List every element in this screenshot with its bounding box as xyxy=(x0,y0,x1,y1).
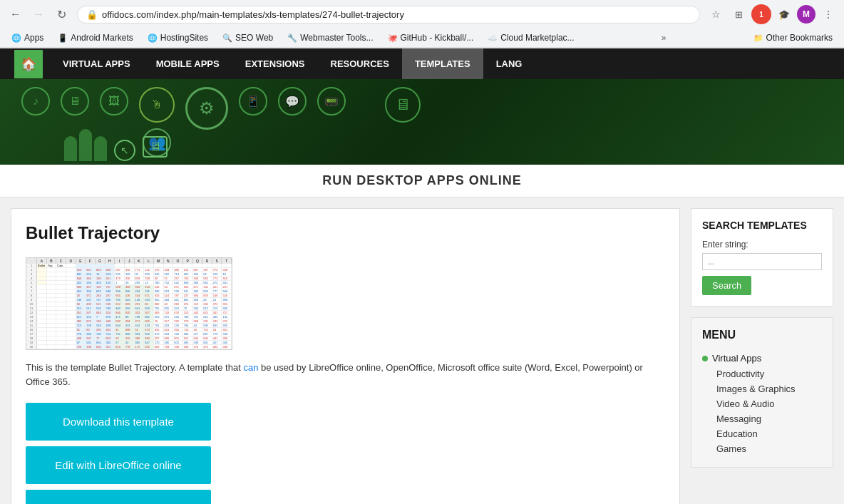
profile-button[interactable]: M xyxy=(797,5,815,24)
menu-title: MENU xyxy=(702,329,822,341)
page-title: RUN DESKTOP APPS ONLINE xyxy=(0,165,844,197)
nav-lang[interactable]: LANG xyxy=(483,48,535,79)
bookmark-github-label: GitHub - Kickball/... xyxy=(401,33,474,43)
folder-bookmark-icon: 📁 xyxy=(753,34,763,43)
menu-productivity[interactable]: Productivity xyxy=(702,366,822,381)
bookmark-other[interactable]: 📁 Other Bookmarks xyxy=(748,31,838,45)
bookmark-webmaster[interactable]: 🔧 Webmaster Tools... xyxy=(282,31,379,45)
menu-virtual-apps-label: Virtual Apps xyxy=(712,353,761,364)
lock-icon: 🔒 xyxy=(86,9,98,20)
site-logo[interactable]: 🏠 xyxy=(14,50,43,78)
template-preview-image: AB CD EF GH IJ KL MN OP QR ST (function(… xyxy=(26,257,232,350)
cloud-bookmark-icon: ☁️ xyxy=(488,34,498,43)
menu-widget: MENU Virtual Apps Productivity Images & … xyxy=(691,317,833,468)
hero-tablet-icon: 📟 xyxy=(317,87,346,115)
search-widget: SEARCH TEMPLATES Enter string: Search xyxy=(691,208,833,307)
hero-image-icon: 🖼 xyxy=(100,87,128,115)
description-text: This is the template Bullet Trajectory. … xyxy=(26,361,665,389)
bookmark-seo-label: SEO Web xyxy=(235,33,273,43)
bookmark-hosting[interactable]: 🌐 HostingSites xyxy=(142,31,214,45)
menu-section: Virtual Apps Productivity Images & Graph… xyxy=(702,350,822,456)
android-bookmark-icon: 📱 xyxy=(58,34,68,43)
seo-bookmark-icon: 🔍 xyxy=(222,34,232,43)
menu-button[interactable]: ⋮ xyxy=(818,4,838,24)
hero-monitor2-icon: 🖥 xyxy=(385,87,421,123)
hosting-bookmark-icon: 🌐 xyxy=(148,34,158,43)
hero-cursor-icon: 🖱 xyxy=(139,87,175,123)
nav-buttons: ← → ↻ xyxy=(6,4,71,24)
forward-button[interactable]: → xyxy=(29,4,48,24)
search-widget-title: SEARCH TEMPLATES xyxy=(702,220,822,231)
student-icon: 🎓 xyxy=(774,4,794,24)
sidebar: SEARCH TEMPLATES Enter string: Search ME… xyxy=(691,208,833,504)
bookmark-github[interactable]: 🐙 GitHub - Kickball/... xyxy=(382,31,480,45)
bookmark-android[interactable]: 📱 Android Markets xyxy=(52,31,138,45)
download-button[interactable]: Download this template xyxy=(26,403,211,441)
hero-person-2 xyxy=(79,129,92,161)
url-input[interactable] xyxy=(102,9,691,20)
reload-button[interactable]: ↻ xyxy=(51,4,71,24)
menu-images-graphics[interactable]: Images & Graphics xyxy=(702,381,822,396)
hero-people-group xyxy=(64,129,107,161)
description-link[interactable]: can xyxy=(243,362,258,373)
nav-virtual-apps[interactable]: VIRTUAL APPS xyxy=(50,48,143,79)
nav-resources[interactable]: RESOURCES xyxy=(318,48,402,79)
address-bar[interactable]: 🔒 xyxy=(77,6,700,24)
browser-toolbar: ← → ↻ 🔒 ☆ ⊞ 1 🎓 M ⋮ xyxy=(0,0,844,29)
hero-music-icon: ♪ xyxy=(21,87,50,115)
main-nav: VIRTUAL APPS MOBILE APPS EXTENSIONS RESO… xyxy=(50,48,535,79)
extensions-button[interactable]: ⊞ xyxy=(729,4,748,24)
search-input[interactable] xyxy=(702,253,822,270)
spreadsheet-preview: AB CD EF GH IJ KL MN OP QR ST (function(… xyxy=(26,258,232,349)
hero-cursor-small: ↖ xyxy=(114,140,135,161)
hero-settings-icon: ⚙ xyxy=(185,87,228,130)
edit-libreoffice-button[interactable]: Edit with LibreOffice online xyxy=(26,446,211,484)
menu-virtual-apps[interactable]: Virtual Apps xyxy=(702,350,822,366)
content-area: Bullet Trajectory AB CD EF GH IJ KL MN O… xyxy=(11,208,680,504)
extension-icon[interactable]: 1 xyxy=(751,4,771,24)
bookmark-apps[interactable]: 🌐 Apps xyxy=(6,31,49,45)
bookmark-hosting-label: HostingSites xyxy=(160,33,208,43)
hero-monitor-icon: 🖥 xyxy=(61,87,89,115)
main-layout: Bullet Trajectory AB CD EF GH IJ KL MN O… xyxy=(0,197,844,504)
hero-banner: ♪ 🖥 🖼 🖱 👥 ⚙ 📱 💬 📟 🖥 ↖ 🖥 xyxy=(0,79,844,165)
bookmark-android-label: Android Markets xyxy=(71,33,133,43)
menu-games[interactable]: Games xyxy=(702,441,822,456)
bookmarks-more-label: » xyxy=(662,33,667,43)
bookmarks-more-button[interactable]: » xyxy=(656,31,672,45)
browser-actions: ☆ ⊞ 1 🎓 M ⋮ xyxy=(706,4,838,24)
browser-chrome: ← → ↻ 🔒 ☆ ⊞ 1 🎓 M ⋮ 🌐 Apps 📱 Android Mar… xyxy=(0,0,844,48)
menu-dot-virtual xyxy=(702,356,708,361)
hero-monitor-small: 🖥 xyxy=(143,136,168,158)
menu-messaging[interactable]: Messaging xyxy=(702,411,822,426)
bookmark-cloud[interactable]: ☁️ Cloud Marketplac... xyxy=(482,31,580,45)
site-header: 🏠 VIRTUAL APPS MOBILE APPS EXTENSIONS RE… xyxy=(0,48,844,79)
hero-person-1 xyxy=(64,136,77,161)
menu-video-audio[interactable]: Video & Audio xyxy=(702,396,822,411)
webmaster-bookmark-icon: 🔧 xyxy=(287,34,297,43)
bookmark-seo[interactable]: 🔍 SEO Web xyxy=(217,31,279,45)
bookmarks-bar: 🌐 Apps 📱 Android Markets 🌐 HostingSites … xyxy=(0,29,844,48)
menu-education[interactable]: Education xyxy=(702,426,822,441)
github-bookmark-icon: 🐙 xyxy=(388,34,398,43)
home-icon: 🏠 xyxy=(21,56,36,72)
bookmark-star-button[interactable]: ☆ xyxy=(706,4,726,24)
search-label: Enter string: xyxy=(702,240,822,250)
hero-person-3 xyxy=(94,136,107,161)
template-title: Bullet Trajectory xyxy=(26,223,665,243)
apps-bookmark-icon: 🌐 xyxy=(11,34,21,43)
hero-chat-icon: 💬 xyxy=(278,87,307,115)
nav-extensions[interactable]: EXTENSIONS xyxy=(232,48,318,79)
hero-phone-icon: 📱 xyxy=(239,87,267,115)
nav-mobile-apps[interactable]: MOBILE APPS xyxy=(143,48,232,79)
edit-openoffice-button[interactable]: Edit with OpenOffice online xyxy=(26,490,211,504)
back-button[interactable]: ← xyxy=(6,4,26,24)
bookmark-cloud-label: Cloud Marketplac... xyxy=(500,33,574,43)
bookmark-other-label: Other Bookmarks xyxy=(766,33,833,43)
bookmark-apps-label: Apps xyxy=(24,33,43,43)
bookmark-webmaster-label: Webmaster Tools... xyxy=(300,33,373,43)
nav-templates[interactable]: TEMPLATES xyxy=(402,48,483,79)
page-title-text: RUN DESKTOP APPS ONLINE xyxy=(322,173,522,187)
search-button[interactable]: Search xyxy=(702,276,751,295)
